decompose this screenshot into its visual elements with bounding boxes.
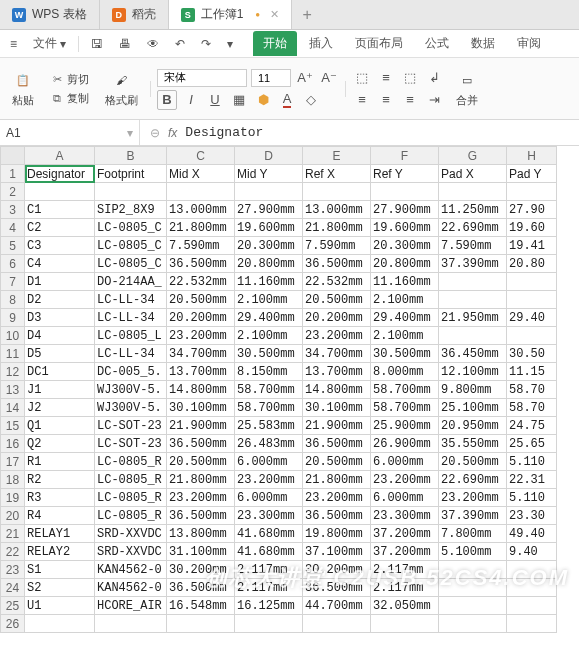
cell[interactable]: 32.050mm: [371, 597, 439, 615]
col-header[interactable]: A: [25, 147, 95, 165]
cell[interactable]: LC-SOT-23: [95, 435, 167, 453]
row-header[interactable]: 1: [1, 165, 25, 183]
cell[interactable]: 23.200mm: [167, 489, 235, 507]
cell[interactable]: D4: [25, 327, 95, 345]
cell[interactable]: 58.700mm: [235, 381, 303, 399]
col-header[interactable]: C: [167, 147, 235, 165]
cell[interactable]: 36.500mm: [303, 435, 371, 453]
cell[interactable]: 29.40: [507, 309, 557, 327]
cell[interactable]: KAN4562-0: [95, 579, 167, 597]
ribbon-tab-layout[interactable]: 页面布局: [345, 31, 413, 56]
cell[interactable]: 7.590mm: [439, 237, 507, 255]
new-tab-button[interactable]: +: [292, 0, 322, 29]
row-header[interactable]: 18: [1, 471, 25, 489]
cell[interactable]: 30.200mm: [167, 561, 235, 579]
cell[interactable]: 20.200mm: [167, 309, 235, 327]
cell[interactable]: [507, 291, 557, 309]
workbook-tab[interactable]: S 工作簿1 ● ✕: [169, 0, 293, 29]
cell[interactable]: 19.41: [507, 237, 557, 255]
ribbon-tab-data[interactable]: 数据: [461, 31, 505, 56]
cell[interactable]: 58.70: [507, 399, 557, 417]
cell[interactable]: 5.100mm: [439, 543, 507, 561]
app-tab-docer[interactable]: D 稻壳: [100, 0, 169, 29]
cell[interactable]: SRD-XXVDC: [95, 525, 167, 543]
col-header[interactable]: D: [235, 147, 303, 165]
cell[interactable]: 36.450mm: [439, 345, 507, 363]
cell[interactable]: 20.300mm: [371, 237, 439, 255]
cell[interactable]: 25.900mm: [371, 417, 439, 435]
cell[interactable]: 23.200mm: [439, 489, 507, 507]
cell[interactable]: 11.250mm: [439, 201, 507, 219]
align-top-button[interactable]: ⬚: [352, 68, 372, 88]
cell[interactable]: 21.800mm: [303, 219, 371, 237]
cell[interactable]: WJ300V-5.: [95, 399, 167, 417]
cell[interactable]: [439, 579, 507, 597]
copy-button[interactable]: ⧉复制: [46, 90, 93, 107]
cell[interactable]: [439, 597, 507, 615]
cell[interactable]: 30.500mm: [371, 345, 439, 363]
cell[interactable]: [303, 183, 371, 201]
cut-button[interactable]: ✂剪切: [46, 71, 93, 88]
cell[interactable]: 20.500mm: [439, 453, 507, 471]
row-header[interactable]: 4: [1, 219, 25, 237]
clear-format-button[interactable]: ◇: [301, 90, 321, 110]
cell[interactable]: R4: [25, 507, 95, 525]
cell[interactable]: RELAY1: [25, 525, 95, 543]
cell[interactable]: Footprint: [95, 165, 167, 183]
app-menu-button[interactable]: ≡: [6, 35, 21, 53]
col-header[interactable]: G: [439, 147, 507, 165]
cell[interactable]: 36.500mm: [303, 579, 371, 597]
cell[interactable]: 37.390mm: [439, 255, 507, 273]
cell[interactable]: 7.590mm: [167, 237, 235, 255]
cell[interactable]: 44.700mm: [303, 597, 371, 615]
cell[interactable]: [371, 615, 439, 633]
cell[interactable]: 21.900mm: [167, 417, 235, 435]
cell[interactable]: Pad X: [439, 165, 507, 183]
cell[interactable]: 20.800mm: [371, 255, 439, 273]
cell[interactable]: [303, 615, 371, 633]
more-qat[interactable]: ▾: [223, 35, 237, 53]
file-menu[interactable]: 文件 ▾: [29, 33, 70, 54]
cell[interactable]: LC-0805_L: [95, 327, 167, 345]
cell[interactable]: 25.65: [507, 435, 557, 453]
cell[interactable]: 2.117mm: [235, 579, 303, 597]
cell[interactable]: 23.200mm: [167, 327, 235, 345]
cell[interactable]: 30.500mm: [235, 345, 303, 363]
cell[interactable]: 20.800mm: [235, 255, 303, 273]
cell[interactable]: 21.950mm: [439, 309, 507, 327]
cell[interactable]: 58.700mm: [371, 399, 439, 417]
wrap-text-button[interactable]: ↲: [424, 68, 444, 88]
redo-button[interactable]: ↷: [197, 35, 215, 53]
cell[interactable]: 7.590mm: [303, 237, 371, 255]
cell[interactable]: 23.200mm: [235, 471, 303, 489]
cell[interactable]: 22.532mm: [303, 273, 371, 291]
cell[interactable]: R1: [25, 453, 95, 471]
row-header[interactable]: 11: [1, 345, 25, 363]
ribbon-tab-insert[interactable]: 插入: [299, 31, 343, 56]
cell[interactable]: U1: [25, 597, 95, 615]
cell[interactable]: R2: [25, 471, 95, 489]
decrease-font-button[interactable]: A⁻: [319, 68, 339, 88]
cell[interactable]: 25.100mm: [439, 399, 507, 417]
row-header[interactable]: 15: [1, 417, 25, 435]
row-header[interactable]: 26: [1, 615, 25, 633]
undo-button[interactable]: ↶: [171, 35, 189, 53]
ribbon-tab-formula[interactable]: 公式: [415, 31, 459, 56]
cell[interactable]: 21.900mm: [303, 417, 371, 435]
ribbon-tab-review[interactable]: 审阅: [507, 31, 551, 56]
cell[interactable]: S2: [25, 579, 95, 597]
cell[interactable]: 19.800mm: [303, 525, 371, 543]
cell[interactable]: 36.500mm: [167, 255, 235, 273]
cell[interactable]: 6.000mm: [235, 453, 303, 471]
cell[interactable]: Mid X: [167, 165, 235, 183]
cell[interactable]: 25.583mm: [235, 417, 303, 435]
cell[interactable]: [25, 183, 95, 201]
cell[interactable]: 14.800mm: [167, 381, 235, 399]
cell[interactable]: DC-005_5.: [95, 363, 167, 381]
cell[interactable]: 2.100mm: [235, 327, 303, 345]
cell[interactable]: 13.000mm: [167, 201, 235, 219]
cell[interactable]: [25, 615, 95, 633]
col-header[interactable]: F: [371, 147, 439, 165]
cell[interactable]: 8.000mm: [371, 363, 439, 381]
font-family-select[interactable]: [157, 69, 247, 87]
